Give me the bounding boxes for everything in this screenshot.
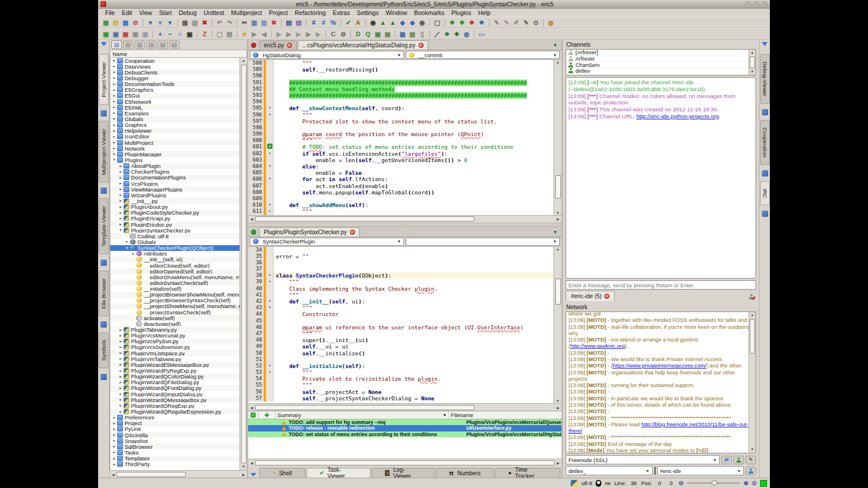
tree-item[interactable]: ▸E5Network	[110, 99, 240, 104]
tree-item[interactable]: ▸PluginWizardPyRegExp.py	[110, 367, 240, 373]
web-debug-icon[interactable]: ◍	[462, 29, 472, 39]
expander-icon[interactable]: ▸	[118, 345, 124, 350]
task-horizontal-scrollbar[interactable]: ◀ ▶	[248, 459, 562, 466]
expander-icon[interactable]: ▸	[130, 251, 136, 256]
print-icon[interactable]: ▦	[180, 18, 190, 27]
slider-knob[interactable]	[712, 480, 717, 486]
tree-item[interactable]: ▸Attributes	[110, 251, 240, 257]
tab-task-viewer[interactable]: ✔Task-Viewer	[306, 468, 371, 478]
tree-item[interactable]: ▸IconEditor	[110, 134, 240, 140]
code-line[interactable]: 41 """	[248, 292, 553, 298]
bookmark-icon[interactable]: ★	[240, 29, 249, 39]
tree-item[interactable]: ▸AboutPlugin	[110, 163, 240, 169]
tree-item[interactable]: ▸WizardPlugins	[110, 192, 240, 198]
message-input[interactable]	[566, 280, 756, 290]
user-item[interactable]: detlev	[566, 68, 755, 74]
code-line[interactable]: 601✓ # TODO: set status of menu entries …	[248, 144, 553, 150]
side-tab-project-viewer[interactable]: Project-Viewer	[99, 54, 108, 105]
scrollbar-thumb[interactable]	[555, 175, 561, 198]
tree-item[interactable]: ▸PluginEricdoc.py	[110, 222, 240, 227]
zoom-in-icon[interactable]: +	[155, 29, 165, 39]
menu-extras[interactable]: Extras	[329, 9, 353, 16]
expander-icon[interactable]: ▸	[111, 415, 117, 420]
tree-item[interactable]: __editorOpened(self, editor)	[110, 268, 240, 274]
next-change-icon[interactable]: ◆	[398, 18, 407, 27]
scroll-right-icon[interactable]: ▶	[555, 461, 562, 465]
close-project-icon[interactable]: ▣	[121, 29, 130, 39]
code-line[interactable]: 591 ####################################…	[248, 80, 553, 86]
connect-network-button[interactable]: ⇄	[721, 456, 732, 464]
code-line[interactable]: 35error = ""	[248, 253, 553, 260]
filter-icon[interactable]	[101, 42, 107, 46]
tree-item[interactable]: ▸DataViews	[110, 63, 240, 69]
fold-margin[interactable]: ▾	[267, 105, 274, 111]
code-line[interactable]: 602▾ if self.vcs.isExtensionActive("larg…	[248, 151, 553, 157]
menu-settings[interactable]: Settings	[353, 9, 382, 16]
tree-item[interactable]: __projectSyntaxCheck(self)	[110, 309, 240, 315]
code-line[interactable]: 590	[248, 73, 553, 79]
find-icon[interactable]: ◉	[368, 18, 378, 27]
scroll-down-icon[interactable]: ▼	[556, 211, 560, 215]
scrollbar-thumb[interactable]	[117, 472, 186, 477]
search-icon[interactable]: ▤	[284, 18, 294, 27]
code-line[interactable]: 43▾ """	[248, 305, 553, 311]
expander-icon[interactable]: ▾	[124, 246, 130, 250]
tab-hgstatusdialog-py[interactable]: ...csPlugins/vcsMercurial/HgStatusDialog…	[298, 40, 428, 50]
method-selector-combo[interactable]: __commit ▼	[406, 51, 560, 59]
forms-tab-icon[interactable]: ▤	[123, 40, 133, 49]
editor-horizontal-scrollbar[interactable]: ◀ ▶	[248, 215, 562, 223]
zoom-out-icon[interactable]: ⊖	[679, 480, 683, 486]
bookmark-next-icon[interactable]: ▶	[249, 29, 259, 39]
preferences-icon[interactable]: ⊙	[531, 18, 541, 27]
tab-list-dropdown-icon[interactable]: ▼	[551, 230, 560, 237]
class-selector-combo[interactable]: HgStatusDialog ▼	[250, 51, 404, 59]
message-link[interactable]: http://eric-ide.python-projects.org	[637, 113, 719, 119]
pencil-1-icon[interactable]: ✎	[492, 18, 502, 27]
user-item[interactable]: ChanServ	[566, 62, 755, 68]
code-line[interactable]: 597 Protected slot to show the context m…	[248, 118, 553, 125]
expander-icon[interactable]: ▸	[111, 438, 117, 443]
code-line[interactable]: 609	[248, 196, 553, 202]
code-line[interactable]: 38▾class SyntaxCheckerPlugin(QObject):	[248, 272, 553, 279]
tree-item[interactable]: ▸DocumentationPlugins	[110, 175, 240, 181]
expander-icon[interactable]: ▸	[118, 216, 124, 221]
zoom-reset-icon[interactable]: ○	[175, 29, 185, 39]
tree-item[interactable]: ▸DocumentationTools	[110, 81, 240, 87]
code-line[interactable]: 608 self.menu.popup(self.mapToGlobal(coo…	[248, 189, 553, 196]
code-line[interactable]: 607 act.setEnabled(enable)	[248, 183, 553, 189]
tab-log-viewer[interactable]: VLog-Viewer	[372, 468, 434, 478]
code-line[interactable]: 594	[248, 99, 553, 105]
expander-icon[interactable]: ▸	[118, 410, 124, 414]
menu-unittest[interactable]: Unittest	[200, 9, 228, 16]
menu-bookmarks[interactable]: Bookmarks	[411, 9, 448, 16]
qt-linguist-icon[interactable]: Q	[363, 29, 373, 39]
side-tab-multiproject-viewer[interactable]: Multiproject-Viewer	[99, 121, 108, 183]
scroll-down-icon[interactable]: ▼	[242, 464, 245, 470]
new-view-icon[interactable]: ▢	[215, 29, 225, 39]
task-row[interactable]: TODO: set status of menu entries accordi…	[248, 431, 562, 437]
trash-icon[interactable]: ▯	[417, 29, 427, 39]
tools-icon[interactable]: ✎	[521, 18, 531, 27]
code-line[interactable]: 598	[248, 125, 553, 131]
away-button[interactable]	[734, 456, 744, 464]
find-prev-icon[interactable]: ▲	[388, 18, 398, 27]
code-line[interactable]: 49 self.__ui = ui	[248, 343, 553, 350]
goto-last-edit-icon[interactable]: %	[328, 18, 338, 27]
editor-vertical-scrollbar[interactable]: ▲ ▼	[553, 60, 562, 215]
scroll-up-icon[interactable]: ▲	[751, 50, 754, 56]
task-row[interactable]: TODO: add support for hg summary --mqPlu…	[248, 419, 562, 425]
run-script-icon[interactable]: ❖	[442, 29, 452, 39]
expander-icon[interactable]: ▸	[118, 351, 124, 355]
tab-eric5-py[interactable]: eric5.py ✕	[259, 40, 297, 50]
menu-help[interactable]: Help	[474, 9, 494, 16]
bookmark-prev-icon[interactable]: ◀	[259, 29, 269, 39]
expander-icon[interactable]: ▾	[111, 157, 117, 162]
find-next-icon[interactable]: ▲	[378, 18, 388, 27]
expander-icon[interactable]: ▸	[111, 152, 117, 156]
code-line[interactable]: 596▾ """	[248, 112, 553, 118]
save-as-icon[interactable]: ▾	[155, 18, 165, 27]
encoding-indicator[interactable]: utf-8	[581, 480, 592, 486]
close-icon[interactable]: ✕	[418, 43, 424, 48]
expander-icon[interactable]: ▸	[118, 164, 124, 168]
tree-item[interactable]: ▸VcsPlugins	[110, 181, 240, 186]
